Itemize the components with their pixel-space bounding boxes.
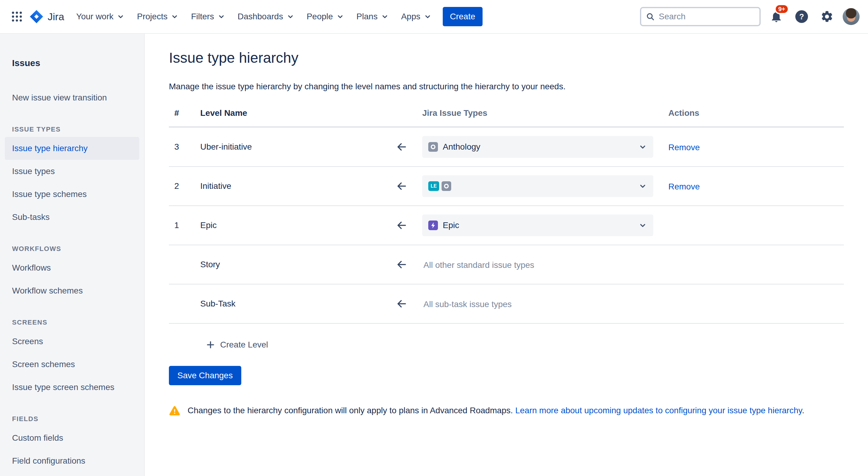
left-arrow-icon	[395, 141, 408, 153]
warning-triangle-icon	[169, 405, 180, 417]
settings-button[interactable]	[817, 7, 837, 26]
col-header-num: #	[169, 108, 200, 118]
top-navbar: Jira Your work Projects Filters Dashboar…	[0, 0, 868, 34]
primary-nav: Your work Projects Filters Dashboards Pe…	[70, 7, 483, 26]
gear-icon	[820, 10, 834, 23]
page-title: Issue type hierarchy	[169, 50, 844, 66]
sidebar-item-field-configurations[interactable]: Field configurations	[5, 449, 140, 472]
arrow-cell	[381, 180, 422, 192]
arrow-cell	[381, 141, 422, 153]
learn-more-link[interactable]: Learn more about upcoming updates to con…	[515, 406, 802, 415]
col-header-issue-types: Jira Issue Types	[422, 108, 666, 118]
warning-text-block: Changes to the hierarchy configuration w…	[188, 406, 804, 415]
remove-button[interactable]: Remove	[668, 143, 700, 152]
sidebar-item-screen-schemes[interactable]: Screen schemes	[5, 353, 140, 376]
sidebar-item-new-issue-view-transition[interactable]: New issue view transition	[5, 86, 140, 109]
help-button[interactable]	[792, 7, 811, 26]
table-header-row: # Level Name Jira Issue Types Actions	[169, 108, 844, 128]
grid-icon	[10, 10, 24, 23]
notifications-button[interactable]: 9+	[767, 7, 786, 26]
settings-sidebar: Issues New issue view transition ISSUE T…	[0, 34, 145, 476]
left-arrow-icon	[395, 258, 408, 271]
sidebar-item-issue-type-screen-schemes[interactable]: Issue type screen schemes	[5, 376, 140, 399]
sidebar-item-screens[interactable]: Screens	[5, 330, 140, 353]
level-number: 3	[169, 142, 200, 152]
sidebar-item-custom-fields[interactable]: Custom fields	[5, 426, 140, 449]
issue-types-select[interactable]: LE	[422, 175, 653, 197]
main-content: Issue type hierarchy Manage the issue ty…	[145, 34, 868, 417]
notification-badge: 9+	[775, 4, 789, 14]
sidebar-item-issue-types[interactable]: Issue types	[5, 160, 140, 183]
sidebar-section-workflows: WORKFLOWS	[0, 237, 144, 257]
issue-types-select[interactable]: Epic	[422, 214, 653, 236]
sidebar-item-workflows[interactable]: Workflows	[5, 257, 140, 279]
actions-cell: Remove	[666, 181, 844, 192]
save-changes-button[interactable]: Save Changes	[169, 366, 241, 385]
nav-item-label: Plans	[356, 12, 378, 22]
search-box	[640, 7, 761, 26]
table-row: Sub-Task All sub-task issue types	[169, 285, 844, 324]
selected-type-badges: LE	[428, 181, 451, 191]
chevron-down-icon	[638, 182, 647, 191]
nav-item-dashboards[interactable]: Dashboards	[231, 8, 301, 25]
issue-types-cell: All other standard issue types	[422, 259, 666, 270]
create-button[interactable]: Create	[443, 7, 483, 26]
chevron-down-icon	[116, 12, 125, 21]
warning-note: Changes to the hierarchy configuration w…	[169, 406, 844, 417]
issue-types-cell: Epic	[422, 214, 666, 236]
sidebar-item-workflow-schemes[interactable]: Workflow schemes	[5, 279, 140, 302]
search-input[interactable]	[659, 12, 754, 22]
sidebar-section-fields: FIELDS	[0, 407, 144, 426]
avatar[interactable]	[843, 8, 860, 25]
issue-types-select[interactable]: Anthology	[422, 136, 653, 158]
sidebar-item-issue-type-hierarchy[interactable]: Issue type hierarchy	[5, 137, 140, 160]
chevron-down-icon	[336, 12, 344, 21]
level-name: Story	[200, 260, 381, 269]
col-header-actions: Actions	[666, 108, 844, 118]
app-switcher-button[interactable]	[7, 7, 27, 26]
remove-button[interactable]: Remove	[668, 182, 700, 191]
sidebar-item-sub-tasks[interactable]: Sub-tasks	[5, 206, 140, 229]
chevron-down-icon	[638, 221, 647, 230]
nav-item-label: Filters	[191, 12, 214, 22]
nav-item-label: Dashboards	[238, 12, 283, 22]
sidebar-item-issue-type-schemes[interactable]: Issue type schemes	[5, 183, 140, 206]
chevron-down-icon	[638, 142, 647, 151]
hierarchy-table: # Level Name Jira Issue Types Actions 3 …	[169, 108, 844, 324]
nav-item-projects[interactable]: Projects	[131, 8, 185, 25]
level-number: 1	[169, 220, 200, 230]
create-level-label: Create Level	[220, 340, 268, 350]
search-icon	[646, 12, 654, 22]
sidebar-section-screens: SCREENS	[0, 311, 144, 330]
left-arrow-icon	[395, 180, 408, 192]
chevron-down-icon	[286, 12, 294, 21]
nav-item-your-work[interactable]: Your work	[70, 8, 131, 25]
jira-logo[interactable]: Jira	[29, 9, 64, 24]
chevron-down-icon	[217, 12, 226, 21]
issue-types-static-text: All other standard issue types	[422, 260, 534, 270]
nav-item-plans[interactable]: Plans	[350, 8, 395, 25]
create-level-button[interactable]: Create Level	[206, 333, 268, 356]
nav-item-people[interactable]: People	[301, 8, 350, 25]
jira-logo-icon	[29, 9, 44, 24]
level-name: Uber-initiative	[200, 142, 381, 152]
nav-item-label: Apps	[401, 12, 421, 22]
nav-item-filters[interactable]: Filters	[185, 8, 231, 25]
level-name: Sub-Task	[200, 299, 381, 308]
issue-types-cell: Anthology	[422, 136, 666, 158]
issue-types-static-text: All sub-task issue types	[422, 300, 512, 309]
issue-types-cell: All sub-task issue types	[422, 298, 666, 309]
navbar-right: 9+	[640, 7, 860, 26]
generic-issue-type-icon	[441, 181, 451, 191]
nav-item-label: Projects	[137, 12, 167, 22]
level-name: Initiative	[200, 181, 381, 191]
chevron-down-icon	[424, 12, 432, 21]
nav-item-apps[interactable]: Apps	[395, 8, 438, 25]
jira-logo-text: Jira	[48, 11, 64, 23]
arrow-cell	[381, 219, 422, 232]
nav-item-label: Your work	[76, 12, 114, 22]
actions-cell: Remove	[666, 142, 844, 153]
col-header-level-name: Level Name	[200, 108, 381, 118]
plus-icon	[206, 340, 215, 349]
arrow-cell	[381, 297, 422, 310]
